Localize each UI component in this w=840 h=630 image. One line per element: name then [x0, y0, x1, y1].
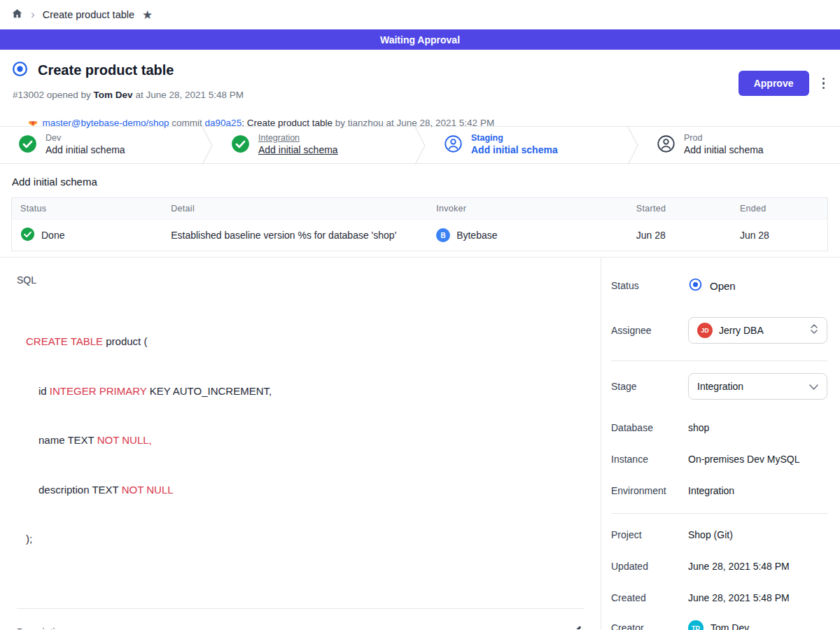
- up-down-chevron-icon: [810, 323, 818, 337]
- branch-repo-link[interactable]: master@bytebase-demo/shop: [43, 118, 169, 128]
- status-value: Open: [710, 280, 736, 292]
- divider: [17, 608, 584, 609]
- created-value: June 28, 2021 5:48 PM: [688, 592, 790, 603]
- breadcrumb-title: Create product table: [43, 9, 134, 20]
- status-banner-text: Waiting Approval: [380, 34, 460, 46]
- updated-label: Updated: [611, 561, 688, 572]
- more-actions-kebab-icon[interactable]: [820, 75, 828, 92]
- assignee-avatar: JD: [697, 323, 713, 338]
- environment-value: Integration: [688, 485, 734, 496]
- task-table: Status Detail Invoker Started Ended Done…: [11, 197, 828, 251]
- col-invoker: Invoker: [428, 198, 628, 220]
- instance-label: Instance: [611, 454, 688, 465]
- creator-label: Creator: [611, 622, 688, 630]
- creator-name: Tom Dev: [710, 622, 749, 630]
- commit-line: master@bytebase-demo/shop commit da90a25…: [11, 106, 826, 140]
- environment-label: Environment: [611, 485, 688, 496]
- sql-code: CREATE TABLE product ( id INTEGER PRIMAR…: [26, 300, 584, 580]
- breadcrumb: › Create product table ★: [0, 0, 840, 29]
- issue-author: Tom Dev: [94, 90, 133, 100]
- issue-header: Create product table #13002 opened by To…: [0, 50, 840, 126]
- commit-message: : Create product table: [241, 118, 332, 128]
- issue-meta-prefix: #13002 opened by: [13, 90, 94, 100]
- favorite-star-icon[interactable]: ★: [142, 8, 153, 22]
- assignee-label: Assignee: [611, 325, 688, 336]
- issue-meta-suffix: at June 28, 2021 5:48 PM: [133, 90, 244, 100]
- commit-suffix: by tianzhou at June 28, 2021 5:42 PM: [332, 118, 494, 128]
- assignee-name: Jerry DBA: [719, 325, 804, 336]
- col-started: Started: [628, 198, 732, 220]
- col-status: Status: [12, 198, 163, 220]
- description-label: Description: [17, 626, 66, 630]
- creator-avatar: TD: [688, 620, 704, 630]
- database-label: Database: [611, 422, 688, 433]
- edit-pencil-icon[interactable]: [569, 624, 584, 630]
- status-banner: Waiting Approval: [0, 29, 840, 50]
- stage-task-label: Add initial schema: [684, 144, 764, 157]
- table-row: Done Established baseline version %s for…: [12, 220, 828, 251]
- breadcrumb-chevron-icon: ›: [31, 8, 35, 20]
- home-icon[interactable]: [11, 8, 23, 22]
- stage-task-label: Add initial schema: [258, 144, 338, 157]
- stage-task-label: Add initial schema: [46, 144, 125, 157]
- col-detail: Detail: [162, 198, 428, 220]
- commit-hash-link[interactable]: da90a25: [205, 118, 242, 128]
- divider: [611, 513, 827, 514]
- task-section: Add initial schema Status Detail Invoker…: [0, 164, 840, 257]
- database-value: shop: [688, 422, 709, 433]
- assignee-select[interactable]: JD Jerry DBA: [688, 317, 827, 344]
- bytebase-avatar: B: [436, 228, 450, 242]
- stage-label: Stage: [611, 381, 688, 392]
- issue-detail-panel: SQL CREATE TABLE product ( id INTEGER PR…: [0, 258, 601, 629]
- chevron-down-icon: [809, 380, 818, 393]
- status-badge: Open: [688, 277, 736, 294]
- task-ended: Jun 28: [732, 220, 828, 251]
- gitlab-icon: [11, 106, 38, 140]
- commit-text: master@bytebase-demo/shop commit da90a25…: [43, 118, 495, 128]
- task-detail: Established baseline version %s for data…: [162, 220, 428, 251]
- task-invoker: Bytebase: [456, 230, 497, 241]
- divider: [611, 360, 827, 361]
- stage-task-label: Add initial schema: [471, 144, 558, 157]
- task-started: Jun 28: [628, 220, 732, 251]
- instance-value: On-premises Dev MySQL: [688, 454, 799, 465]
- task-status: Done: [41, 230, 64, 241]
- check-circle-icon: [20, 227, 35, 244]
- task-table-header: Status Detail Invoker Started Ended: [12, 198, 828, 220]
- approve-button[interactable]: Approve: [738, 71, 809, 96]
- page-title: Create product table: [38, 62, 174, 78]
- created-label: Created: [611, 592, 688, 603]
- issue-meta: #13002 opened by Tom Dev at June 28, 202…: [13, 90, 826, 100]
- stage-value: Integration: [697, 381, 803, 392]
- project-value: Shop (Git): [688, 529, 733, 540]
- stage-select[interactable]: Integration: [688, 373, 827, 400]
- task-section-title: Add initial schema: [12, 176, 828, 188]
- col-ended: Ended: [732, 198, 828, 220]
- project-label: Project: [611, 529, 688, 540]
- commit-word: commit: [169, 118, 205, 128]
- issue-open-icon: [11, 60, 29, 80]
- updated-value: June 28, 2021 5:48 PM: [688, 561, 790, 572]
- issue-sidebar: Status Open Assignee JD Jerry DBA Stage: [601, 258, 840, 629]
- status-label: Status: [611, 280, 688, 291]
- sql-label: SQL: [17, 274, 584, 286]
- open-status-icon: [688, 277, 703, 294]
